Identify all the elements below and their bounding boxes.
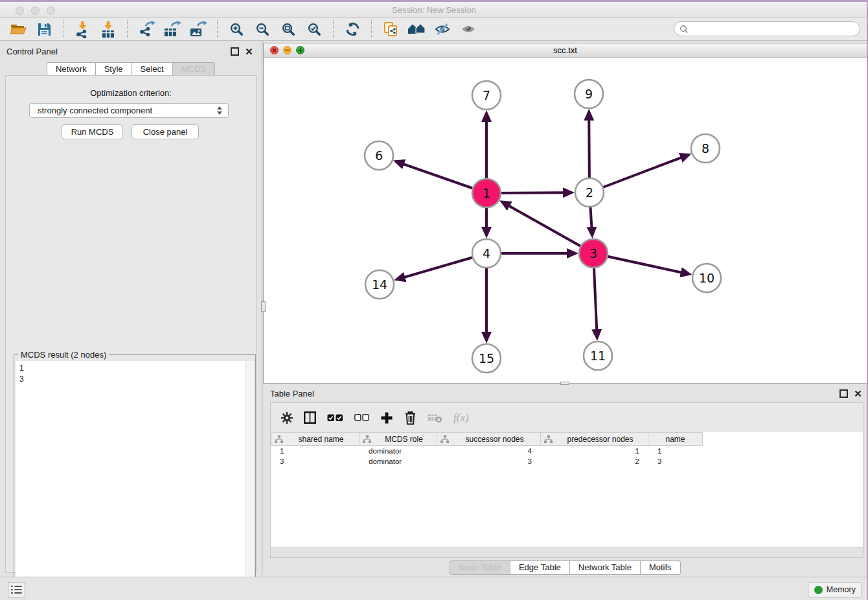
tree-column-icon: [275, 435, 283, 443]
table-row[interactable]: 1dominator411: [271, 446, 863, 456]
graph-node-label: 2: [586, 185, 593, 200]
cell-MCDS-role[interactable]: dominator: [360, 447, 437, 455]
window-titlebar: Session: New Session: [0, 0, 868, 18]
tab-edge-table[interactable]: Edge Table: [510, 560, 570, 575]
cell-shared-name[interactable]: 3: [271, 457, 360, 465]
delete-icon[interactable]: [404, 411, 417, 425]
home-icon[interactable]: [406, 19, 427, 39]
tab-select[interactable]: Select: [132, 62, 173, 76]
graph-node-label: 1: [483, 186, 490, 200]
tab-motifs[interactable]: Motifs: [641, 560, 681, 575]
result-scrollbar[interactable]: [246, 361, 254, 598]
control-panel-window-controls: [231, 47, 253, 56]
column-header-name[interactable]: name: [648, 432, 703, 446]
float-panel-icon[interactable]: [231, 47, 239, 56]
cell-MCDS-role[interactable]: dominator: [360, 457, 437, 465]
cell-successor-nodes[interactable]: 3: [437, 457, 541, 465]
select-stepper-icon: [217, 106, 222, 115]
tab-mcds[interactable]: MCDS: [173, 62, 215, 76]
hide-selected-icon[interactable]: [432, 19, 453, 39]
deselect-all-checks-icon[interactable]: [354, 414, 369, 421]
graph-node-label: 8: [702, 141, 709, 156]
task-history-button[interactable]: [8, 582, 25, 597]
close-panel-icon[interactable]: [854, 390, 862, 397]
mcds-result-area[interactable]: 1 3: [16, 361, 254, 598]
select-all-checks-icon[interactable]: [327, 414, 343, 422]
network-view-window: scc.txt 7968124314101511: [263, 43, 867, 384]
save-session-icon[interactable]: [34, 19, 54, 39]
float-panel-icon[interactable]: [839, 389, 848, 398]
show-column-icon[interactable]: [304, 411, 316, 424]
cell-predecessor-nodes[interactable]: 2: [541, 457, 648, 465]
cell-successor-nodes[interactable]: 4: [437, 447, 541, 455]
search-icon: [680, 25, 689, 34]
close-panel-button[interactable]: Close panel: [131, 124, 199, 139]
search-box[interactable]: [674, 21, 860, 36]
zoom-selected-icon[interactable]: [304, 19, 325, 39]
cell-name[interactable]: 1: [648, 447, 703, 455]
table-header-row[interactable]: shared nameMCDS rolesuccessor nodesprede…: [271, 432, 703, 446]
window-title: Session: New Session: [0, 5, 868, 15]
memory-button[interactable]: Memory: [808, 582, 862, 597]
control-panel-title: Control Panel: [6, 47, 58, 56]
export-image-icon[interactable]: [188, 19, 209, 39]
toolbar-separator: [333, 20, 334, 38]
mcds-result-group: MCDS result (2 nodes) 1 3: [14, 354, 256, 600]
criterion-value: strongly connected component: [38, 106, 152, 115]
function-builder-icon[interactable]: f(x): [453, 411, 469, 424]
import-network-icon[interactable]: [72, 19, 93, 39]
status-bar: Memory: [0, 577, 868, 600]
show-all-icon[interactable]: [458, 19, 479, 39]
horizontal-scrollbar[interactable]: [271, 547, 863, 557]
tab-node-table[interactable]: Node Table: [450, 560, 510, 575]
graph-node-label: 4: [483, 246, 490, 260]
network-graph[interactable]: 7968124314101511: [264, 58, 867, 383]
import-table-icon[interactable]: [98, 19, 119, 39]
zoom-fit-icon[interactable]: [278, 19, 299, 39]
column-header-MCDS-role[interactable]: MCDS role: [360, 432, 437, 446]
refresh-layout-icon[interactable]: [342, 19, 363, 39]
column-header-predecessor-nodes[interactable]: predecessor nodes: [541, 432, 648, 446]
tree-column-icon: [363, 435, 371, 443]
search-input[interactable]: [692, 23, 860, 36]
cell-predecessor-nodes[interactable]: 1: [541, 447, 648, 455]
resize-handle[interactable]: [560, 382, 569, 385]
splitter-handle[interactable]: [261, 301, 266, 312]
network-canvas[interactable]: 7968124314101511: [264, 58, 867, 383]
column-header-shared-name[interactable]: shared name: [271, 432, 360, 446]
tab-network[interactable]: Network: [47, 62, 96, 76]
export-network-icon[interactable]: [136, 19, 157, 39]
mcds-panel: Optimization criterion: strongly connect…: [5, 75, 257, 573]
close-panel-icon[interactable]: [246, 48, 253, 55]
zoom-in-icon[interactable]: [226, 19, 247, 39]
graph-node-label: 11: [590, 349, 606, 363]
workspace-region: scc.txt 7968124314101511 Table Panel: [262, 41, 868, 577]
open-file-icon[interactable]: [8, 19, 29, 39]
graph-node-label: 6: [375, 148, 383, 163]
graph-node-label: 7: [483, 88, 490, 102]
delete-table-icon[interactable]: [428, 413, 442, 423]
graph-node-label: 10: [699, 271, 714, 285]
tab-network-table[interactable]: Network Table: [570, 560, 641, 575]
clone-network-icon[interactable]: [380, 19, 401, 39]
cell-name[interactable]: 3: [648, 457, 703, 465]
table-body[interactable]: 1dominator4113dominator323: [271, 446, 863, 467]
table-options-gear-icon[interactable]: [281, 412, 293, 424]
graph-node-label: 15: [479, 351, 494, 365]
criterion-select[interactable]: strongly connected component: [29, 103, 229, 118]
graph-node-label: 9: [585, 87, 593, 101]
control-panel-tabs: Network Style Select MCDS: [0, 62, 262, 76]
zoom-out-icon[interactable]: [252, 19, 273, 39]
add-row-icon[interactable]: [380, 411, 393, 424]
toolbar-separator: [371, 20, 372, 38]
network-window-titlebar[interactable]: scc.txt: [264, 43, 867, 58]
mcds-result-text: 1 3: [19, 363, 24, 385]
table-row[interactable]: 3dominator323: [271, 456, 863, 467]
run-mcds-button[interactable]: Run MCDS: [62, 124, 123, 139]
column-header-successor-nodes[interactable]: successor nodes: [437, 432, 541, 446]
cell-shared-name[interactable]: 1: [271, 447, 360, 455]
network-view-title: scc.txt: [264, 45, 867, 55]
tab-style[interactable]: Style: [96, 62, 132, 76]
export-table-icon[interactable]: [162, 19, 183, 39]
node-table: f(x) shared nameMCDS rolesuccessor nodes…: [270, 402, 863, 558]
